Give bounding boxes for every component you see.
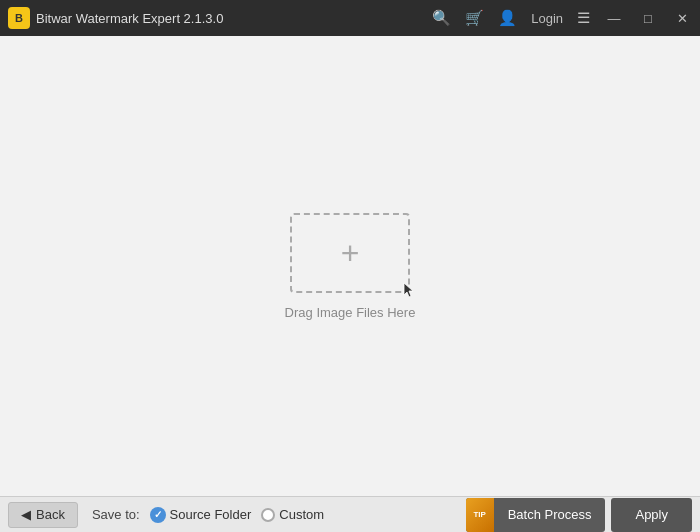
main-content: + Drag Image Files Here [0,36,700,496]
source-folder-label: Source Folder [170,507,252,522]
search-icon[interactable]: 🔍 [432,9,451,27]
login-button[interactable]: Login [531,11,563,26]
batch-process-button[interactable]: TIP Batch Process [466,498,606,532]
menu-icon[interactable]: ☰ [577,9,590,27]
minimize-button[interactable]: — [604,11,624,26]
save-to-label: Save to: [92,507,140,522]
app-title: Bitwar Watermark Expert 2.1.3.0 [36,11,426,26]
title-bar-icons: 🔍 🛒 👤 Login ☰ — □ ✕ [432,9,692,27]
user-icon[interactable]: 👤 [498,9,517,27]
title-bar: B Bitwar Watermark Expert 2.1.3.0 🔍 🛒 👤 … [0,0,700,36]
back-arrow-icon: ◀ [21,507,31,522]
batch-ribbon-badge: TIP [466,498,494,532]
app-logo: B [8,7,30,29]
back-button[interactable]: ◀ Back [8,502,78,528]
custom-option[interactable]: Custom [261,507,324,522]
drop-zone-plus-icon: + [341,237,360,269]
bottom-bar: ◀ Back Save to: Source Folder Custom TIP… [0,496,700,532]
maximize-button[interactable]: □ [638,11,658,26]
checkmark-icon [150,507,166,523]
cart-icon[interactable]: 🛒 [465,9,484,27]
batch-process-label: Batch Process [494,498,606,532]
drop-label: Drag Image Files Here [285,305,416,320]
custom-radio-icon [261,508,275,522]
right-actions: TIP Batch Process Apply [466,498,692,532]
cursor-icon [402,281,416,299]
close-button[interactable]: ✕ [672,11,692,26]
source-folder-option[interactable]: Source Folder [150,507,252,523]
drop-zone[interactable]: + [290,213,410,293]
custom-label: Custom [279,507,324,522]
apply-button[interactable]: Apply [611,498,692,532]
